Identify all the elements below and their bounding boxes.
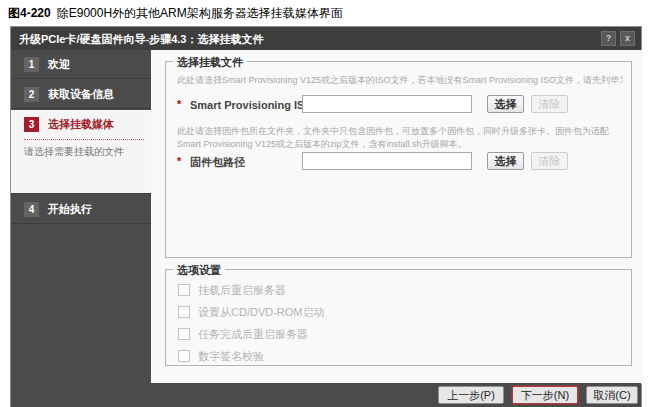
checkbox-icon [178,328,190,340]
previous-button[interactable]: 上一步(P) [438,386,504,404]
option-label: 任务完成后重启服务器 [198,327,308,342]
step-1-label: 欢迎 [48,57,70,72]
cancel-button[interactable]: 取消(C) [586,386,638,404]
iso-hint-text: 此处请选择Smart Provisioning V125或之后版本的ISO文件，… [177,74,623,87]
firmware-required-mark: * [177,155,181,167]
step-welcome: 1 欢迎 [11,50,151,79]
screenshot-canvas: 图4-220除E9000H外的其他ARM架构服务器选择挂载媒体界面 升级PCIe… [0,0,649,407]
step-4-badge: 4 [24,202,39,217]
option-boot-from-cd: 设置从CD/DVD-ROM启动 [178,305,325,319]
mount-groupbox-legend: 选择挂载文件 [173,55,247,70]
figure-title: 除E9000H外的其他ARM架构服务器选择挂载媒体界面 [57,6,343,20]
close-icon[interactable]: x [620,31,635,46]
step-3-label: 选择挂载媒体 [48,117,114,132]
firmware-clear-button: 清除 [531,152,568,170]
checkbox-icon [178,306,190,318]
options-groupbox: 选项设置 挂载后重启服务器 设置从CD/DVD-ROM启动 任务完成后重启服务器… [165,269,632,366]
dialog-title: 升级PCIe卡/硬盘固件向导-步骤4.3：选择挂载文件 [19,32,263,47]
options-groupbox-legend: 选项设置 [173,263,225,278]
figure-number: 图4-220 [8,6,51,20]
dialog-titlebar: 升级PCIe卡/硬盘固件向导-步骤4.3：选择挂载文件 ? x [11,27,641,50]
step-device-info: 2 获取设备信息 [11,80,151,109]
firmware-path-input[interactable] [302,152,472,170]
option-restart-after-mount: 挂载后重启服务器 [178,283,286,297]
step-1-badge: 1 [24,57,39,72]
mount-file-groupbox: 选择挂载文件 此处请选择Smart Provisioning V125或之后版本… [165,61,632,258]
step-2-badge: 2 [24,87,39,102]
firmware-hint-text: 此处请选择固件包所在文件夹，文件夹中只包含固件包，可放置多个固件包，同时升级多张… [177,125,623,151]
main-content: 选择挂载文件 此处请选择Smart Provisioning V125或之后版本… [151,50,643,384]
iso-select-button[interactable]: 选择 [487,95,524,113]
step-4-label: 开始执行 [48,202,92,217]
wizard-steps-sidebar: 1 欢迎 2 获取设备信息 3 选择挂载媒体 请选择需要挂载的文件 4 开始执行 [11,50,151,384]
iso-required-mark: * [177,98,181,110]
checkbox-icon [178,284,190,296]
step-execute: 4 开始执行 [11,195,151,224]
step-select-media-active: 3 选择挂载媒体 请选择需要挂载的文件 [11,110,151,194]
firmware-field-label: 固件包路径 [190,155,245,170]
dialog-footer: 上一步(P) 下一步(N) 取消(C) [11,383,641,407]
step-3-subtitle: 请选择需要挂载的文件 [24,145,143,159]
checkbox-icon [178,350,190,362]
option-signature-check: 数字签名校验 [178,349,264,363]
step-3-divider [24,139,144,140]
option-label: 数字签名校验 [198,349,264,364]
firmware-select-button[interactable]: 选择 [487,152,524,170]
step-2-label: 获取设备信息 [48,87,114,102]
iso-file-input[interactable] [302,95,472,113]
wizard-dialog: 升级PCIe卡/硬盘固件向导-步骤4.3：选择挂载文件 ? x 1 欢迎 2 获… [10,26,642,407]
step-3-badge: 3 [24,117,39,132]
option-restart-after-task: 任务完成后重启服务器 [178,327,308,341]
help-icon[interactable]: ? [601,31,616,46]
iso-clear-button: 清除 [531,95,568,113]
option-label: 挂载后重启服务器 [198,283,286,298]
option-label: 设置从CD/DVD-ROM启动 [198,305,325,320]
figure-caption: 图4-220除E9000H外的其他ARM架构服务器选择挂载媒体界面 [8,5,343,22]
next-button[interactable]: 下一步(N) [512,386,578,404]
